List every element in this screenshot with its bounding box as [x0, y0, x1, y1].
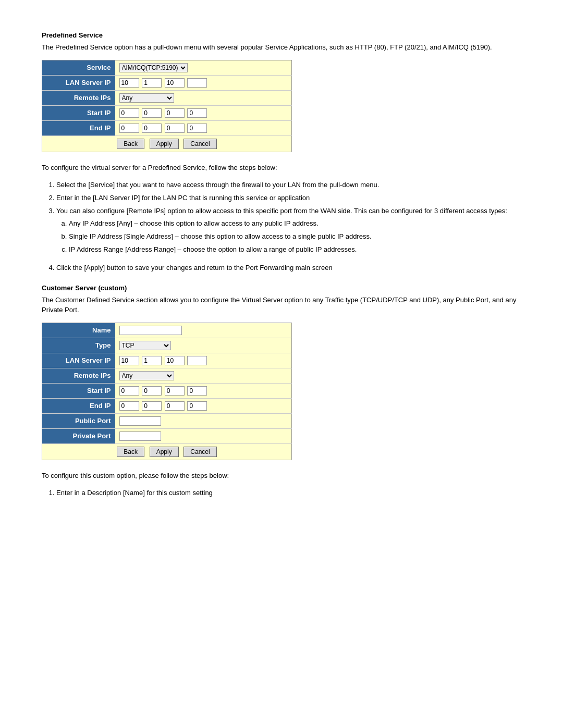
predefined-steps-intro: To configure the virtual server for a Pr…: [42, 163, 521, 173]
remote-ips-label: Remote IPs: [42, 90, 115, 105]
customer-remote-ips-label: Remote IPs: [42, 368, 115, 383]
end-ip2-input[interactable]: [142, 124, 162, 133]
end-ip-row: End IP: [42, 120, 292, 135]
customer-btn-cell: Back Apply Cancel: [42, 443, 292, 460]
private-port-cell: [115, 428, 292, 443]
predefined-form-table: Service AIM/ICQ(TCP:5190) HTTP(TCP:80) F…: [42, 60, 292, 152]
start-ip1-input[interactable]: [119, 108, 139, 118]
predefined-apply-button[interactable]: Apply: [150, 139, 179, 149]
name-value-cell: [115, 323, 292, 338]
predefined-steps-list: Select the [Service] that you want to ha…: [56, 180, 521, 274]
name-row: Name: [42, 323, 292, 338]
public-port-row: Public Port: [42, 413, 292, 428]
service-label: Service: [42, 60, 115, 75]
predefined-back-button[interactable]: Back: [117, 139, 144, 149]
customer-end-ip1-input[interactable]: [119, 401, 139, 411]
predefined-step-1-text: Select the [Service] that you want to ha…: [56, 181, 379, 189]
predefined-step-2: Enter in the [LAN Server IP] for the LAN…: [56, 193, 521, 204]
predefined-step-3: You can also configure [Remote IPs] opti…: [56, 206, 521, 255]
remote-ips-select[interactable]: Any Single Address Address Range: [119, 93, 174, 103]
customer-remote-ips-cell: Any Single Address Address Range: [115, 368, 292, 383]
end-ip3-input[interactable]: [165, 124, 185, 133]
name-input[interactable]: [119, 326, 182, 335]
type-select[interactable]: TCP UDP TCP and UDP: [119, 341, 171, 350]
start-ip-label: Start IP: [42, 105, 115, 120]
lan-ip3-input[interactable]: [165, 78, 185, 88]
predefined-step-2-text: Enter in the [LAN Server IP] for the LAN…: [56, 194, 310, 202]
end-ip4-input[interactable]: [187, 124, 207, 133]
customer-start-ip4-input[interactable]: [187, 386, 207, 396]
customer-back-button[interactable]: Back: [117, 447, 144, 457]
predefined-steps-section: To configure the virtual server for a Pr…: [42, 163, 521, 274]
customer-end-ip-cell: [115, 398, 292, 413]
customer-lan-ip4-input[interactable]: [187, 356, 207, 365]
predefined-step-1: Select the [Service] that you want to ha…: [56, 180, 521, 191]
remote-ips-row: Remote IPs Any Single Address Address Ra…: [42, 90, 292, 105]
customer-start-ip-row: Start IP: [42, 383, 292, 398]
service-select[interactable]: AIM/ICQ(TCP:5190) HTTP(TCP:80) FTP(TCP:2…: [119, 63, 188, 72]
predefined-btn-cell: Back Apply Cancel: [42, 135, 292, 152]
custom-steps-section: To configure this custom option, please …: [42, 471, 521, 499]
lan-server-ip-row: LAN Server IP: [42, 75, 292, 90]
start-ip3-input[interactable]: [165, 108, 185, 118]
type-row: Type TCP UDP TCP and UDP: [42, 338, 292, 353]
lan-ip2-input[interactable]: [142, 78, 162, 88]
type-label: Type: [42, 338, 115, 353]
public-port-label: Public Port: [42, 413, 115, 428]
lan-ip4-input[interactable]: [187, 78, 207, 88]
lan-ip1-input[interactable]: [119, 78, 139, 88]
customer-end-ip3-input[interactable]: [165, 401, 185, 411]
customer-start-ip2-input[interactable]: [142, 386, 162, 396]
customer-form-table: Name Type TCP UDP TCP and UDP LAN Server…: [42, 323, 292, 460]
end-ip-label: End IP: [42, 120, 115, 135]
private-port-label: Private Port: [42, 428, 115, 443]
predefined-section: Predefined Service The Predefined Servic…: [42, 31, 521, 152]
customer-description: The Customer Defined Service section all…: [42, 295, 521, 315]
customer-btn-row: Back Apply Cancel: [42, 443, 292, 460]
customer-start-ip1-input[interactable]: [119, 386, 139, 396]
customer-lan-server-ip-cell: [115, 353, 292, 368]
predefined-btn-row: Back Apply Cancel: [42, 135, 292, 152]
predefined-substep-c: IP Address Range [Address Range] – choos…: [69, 244, 521, 255]
customer-lan-ip2-input[interactable]: [142, 356, 162, 365]
lan-server-ip-cell: [115, 75, 292, 90]
customer-lan-ip1-input[interactable]: [119, 356, 139, 365]
customer-lan-server-ip-row: LAN Server IP: [42, 353, 292, 368]
type-value-cell: TCP UDP TCP and UDP: [115, 338, 292, 353]
customer-apply-button[interactable]: Apply: [150, 447, 179, 457]
start-ip2-input[interactable]: [142, 108, 162, 118]
predefined-cancel-button[interactable]: Cancel: [183, 139, 216, 149]
customer-lan-ip3-input[interactable]: [165, 356, 185, 365]
custom-steps-intro: To configure this custom option, please …: [42, 471, 521, 481]
start-ip-row: Start IP: [42, 105, 292, 120]
customer-lan-server-ip-label: LAN Server IP: [42, 353, 115, 368]
customer-end-ip2-input[interactable]: [142, 401, 162, 411]
customer-end-ip-row: End IP: [42, 398, 292, 413]
custom-step-1: Enter in a Description [Name] for this c…: [56, 488, 521, 499]
lan-server-ip-label: LAN Server IP: [42, 75, 115, 90]
predefined-substep-b: Single IP Address [Single Address] – cho…: [69, 231, 521, 242]
predefined-heading: Predefined Service: [42, 31, 521, 39]
end-ip1-input[interactable]: [119, 124, 139, 133]
customer-remote-ips-select[interactable]: Any Single Address Address Range: [119, 371, 174, 380]
customer-remote-ips-row: Remote IPs Any Single Address Address Ra…: [42, 368, 292, 383]
predefined-step-4: Click the [Apply] button to save your ch…: [56, 263, 521, 274]
predefined-description: The Predefined Service option has a pull…: [42, 42, 521, 53]
customer-start-ip-cell: [115, 383, 292, 398]
customer-cancel-button[interactable]: Cancel: [183, 447, 216, 457]
start-ip4-input[interactable]: [187, 108, 207, 118]
customer-section: Customer Server (custom) The Customer De…: [42, 284, 521, 460]
custom-steps-list: Enter in a Description [Name] for this c…: [56, 488, 521, 499]
public-port-input[interactable]: [119, 416, 161, 426]
customer-start-ip-label: Start IP: [42, 383, 115, 398]
remote-ips-cell: Any Single Address Address Range: [115, 90, 292, 105]
end-ip-cell: [115, 120, 292, 135]
public-port-cell: [115, 413, 292, 428]
private-port-input[interactable]: [119, 431, 161, 441]
customer-start-ip3-input[interactable]: [165, 386, 185, 396]
customer-heading: Customer Server (custom): [42, 284, 521, 292]
start-ip-cell: [115, 105, 292, 120]
predefined-substep-a: Any IP Address [Any] – choose this optio…: [69, 218, 521, 229]
customer-end-ip4-input[interactable]: [187, 401, 207, 411]
private-port-row: Private Port: [42, 428, 292, 443]
